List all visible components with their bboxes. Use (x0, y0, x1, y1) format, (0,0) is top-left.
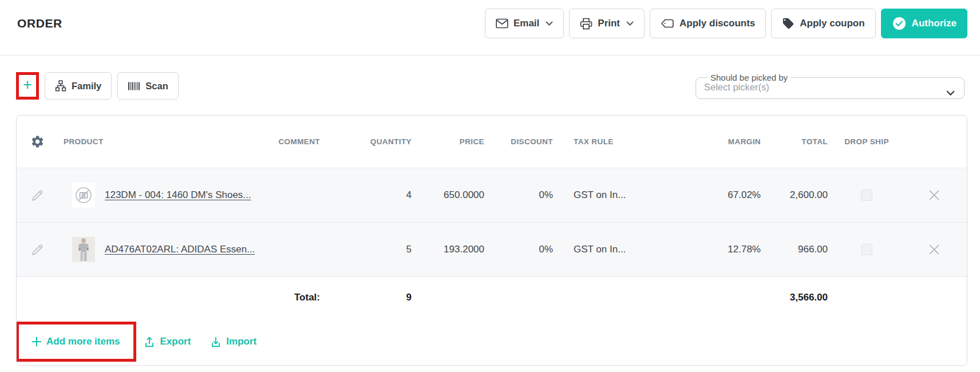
add-more-items-highlight-box: Add more items (16, 322, 136, 362)
cell-discount: 0% (492, 189, 569, 201)
gear-icon (30, 134, 45, 149)
print-button-label: Print (598, 18, 620, 29)
no-image-thumbnail (72, 183, 95, 208)
totals-amount: 3,566.00 (761, 292, 832, 303)
close-icon (927, 188, 941, 202)
totals-label: Total: (257, 292, 337, 303)
pencil-icon (30, 242, 45, 258)
email-button[interactable]: Email (485, 9, 564, 38)
print-icon (580, 18, 592, 30)
authorize-button[interactable]: Authorize (881, 9, 967, 38)
family-button-label: Family (72, 81, 101, 92)
apply-coupon-label: Apply coupon (800, 18, 864, 29)
cell-quantity: 5 (337, 244, 412, 255)
table-totals-row: Total: 9 3,566.00 (17, 277, 967, 318)
add-more-items-label: Add more items (46, 336, 120, 347)
export-label: Export (160, 336, 191, 347)
email-icon (496, 18, 508, 29)
cell-tax-rule: GST on In... (569, 244, 681, 255)
apply-coupon-button[interactable]: Apply coupon (771, 9, 875, 38)
toolbar-left: + Family Scan (16, 72, 179, 100)
family-button[interactable]: Family (45, 72, 112, 100)
check-circle-icon (892, 16, 907, 31)
scan-button[interactable]: Scan (117, 72, 178, 100)
column-header-quantity: QUANTITY (337, 137, 412, 146)
edit-item-button[interactable] (27, 240, 48, 260)
chevron-down-icon (626, 21, 634, 26)
cell-margin: 67.02% (681, 189, 761, 201)
product-photo-thumbnail (72, 237, 95, 262)
footer-links: Export Import (144, 336, 256, 348)
plus-icon (31, 337, 42, 347)
cell-total: 966.00 (761, 244, 832, 255)
cell-price: 193.2000 (412, 244, 492, 255)
column-header-margin: MARGIN (681, 137, 761, 146)
totals-quantity: 9 (337, 292, 412, 303)
cell-discount: 0% (492, 244, 569, 255)
chevron-down-icon (546, 21, 553, 26)
coupon-tag-icon (782, 17, 795, 30)
picker-select[interactable]: Should be picked by Select picker(s) (696, 73, 965, 99)
column-settings-button[interactable] (28, 132, 47, 151)
remove-item-button[interactable] (925, 240, 943, 259)
picker-select-label: Should be picked by (708, 73, 791, 82)
family-hierarchy-icon (55, 80, 66, 92)
plus-icon: + (23, 76, 32, 93)
remove-item-button[interactable] (925, 186, 943, 204)
apply-discounts-button[interactable]: Apply discounts (650, 9, 766, 38)
column-header-total: TOTAL (761, 137, 832, 146)
cell-margin: 12.78% (681, 244, 761, 255)
cell-price: 650.0000 (412, 189, 492, 201)
product-link[interactable]: 123DM - 004: 1460 DM's Shoes... (105, 189, 251, 201)
order-items-table: PRODUCT COMMENT QUANTITY PRICE DISCOUNT … (16, 115, 967, 366)
authorize-label: Authorize (912, 18, 957, 29)
table-row: AD476AT02ARL: ADIDAS Essen... 5 193.2000… (17, 223, 967, 277)
order-header: ORDER Email Print (0, 0, 980, 56)
column-header-product: PRODUCT (58, 137, 257, 146)
column-header-discount: DISCOUNT (492, 137, 569, 146)
edit-item-button[interactable] (27, 185, 48, 205)
items-toolbar: + Family Scan Sh (0, 72, 980, 100)
drop-ship-checkbox[interactable] (861, 244, 872, 255)
cell-total: 2,600.00 (761, 189, 832, 201)
export-button[interactable]: Export (144, 336, 191, 348)
picker-select-value: Select picker(s) (704, 82, 956, 93)
cell-tax-rule: GST on In... (569, 189, 681, 201)
scan-button-label: Scan (145, 81, 168, 92)
print-button[interactable]: Print (569, 9, 645, 38)
apply-discounts-label: Apply discounts (679, 18, 755, 29)
product-link[interactable]: AD476AT02ARL: ADIDAS Essen... (105, 244, 255, 255)
import-label: Import (226, 336, 256, 347)
import-button[interactable]: Import (210, 336, 256, 348)
barcode-icon (128, 81, 140, 91)
discount-tag-icon (661, 18, 674, 29)
column-header-tax-rule: TAX RULE (569, 137, 681, 146)
chevron-down-icon (946, 90, 955, 96)
column-header-drop-ship: DROP SHIP (832, 137, 901, 146)
cell-quantity: 4 (337, 189, 412, 201)
column-header-price: PRICE (412, 137, 492, 146)
add-item-button[interactable]: + (22, 77, 33, 94)
close-icon (927, 243, 941, 256)
export-icon (144, 336, 155, 348)
drop-ship-checkbox[interactable] (861, 189, 872, 201)
add-more-items-button[interactable]: Add more items (31, 336, 120, 347)
add-item-highlight-box: + (16, 72, 39, 100)
header-actions: Email Print Apply discounts (485, 9, 967, 38)
table-row: 123DM - 004: 1460 DM's Shoes... 4 650.00… (17, 168, 967, 223)
column-header-comment: COMMENT (257, 137, 337, 146)
pencil-icon (30, 188, 45, 203)
import-icon (210, 336, 222, 348)
email-button-label: Email (513, 18, 539, 29)
table-footer-actions: Add more items Export Import (17, 318, 967, 365)
page-title: ORDER (17, 17, 62, 30)
table-header-row: PRODUCT COMMENT QUANTITY PRICE DISCOUNT … (17, 116, 967, 168)
